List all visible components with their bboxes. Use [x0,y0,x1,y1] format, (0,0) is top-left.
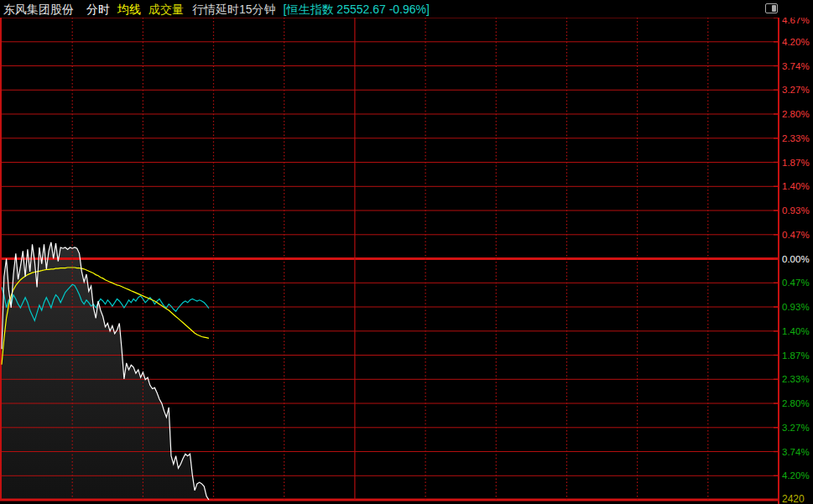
symbol-name: 东风集团股份 [3,1,74,18]
delay-notice: 行情延时15分钟 [192,1,276,18]
price-area-fill [2,242,209,500]
panel-toggle-icon[interactable] [765,3,778,13]
toggle-ma-line[interactable]: 均线 [117,1,141,18]
volume-scale-label: 2420 [782,493,812,504]
tab-minute-chart[interactable]: 分时 [86,1,110,18]
toggle-volume[interactable]: 成交量 [149,1,184,18]
intraday-chart [0,0,813,504]
hang-seng-index-quote[interactable]: [恒生指数 25552.67 -0.96%] [284,1,430,18]
zero-line [0,257,779,260]
pane-bottom-border [0,499,779,501]
header-bar: 东风集团股份 分时 均线 成交量 行情延时15分钟 [恒生指数 25552.67… [0,0,813,18]
panel-toggle-icon-fill [772,5,776,12]
app-window: 4.67%4.20%3.74%3.27%2.80%2.33%1.87%1.40%… [0,0,813,504]
